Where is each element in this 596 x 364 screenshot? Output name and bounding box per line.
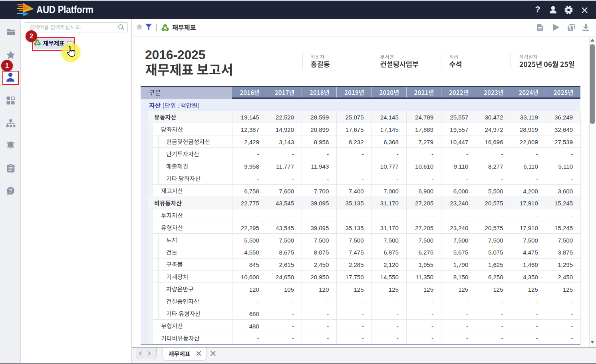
svg-text:?: ?: [9, 187, 12, 194]
